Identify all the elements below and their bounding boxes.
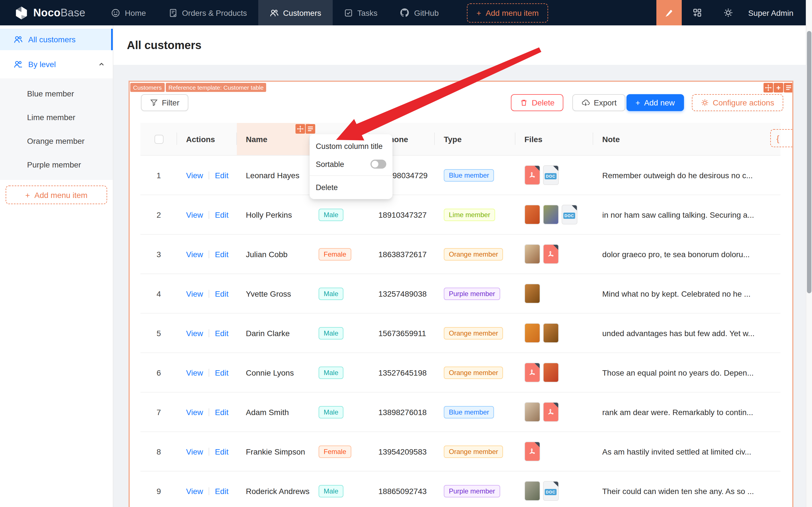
sidebar-item-by-level[interactable]: By level [0, 54, 113, 75]
sidebar: All customersBy levelBlue memberLime mem… [0, 25, 113, 507]
configure-columns-button-clipped[interactable]: { [770, 129, 793, 147]
column-header-files[interactable]: Files [515, 123, 593, 155]
oranges-image[interactable] [524, 323, 540, 343]
orange-fruit-image[interactable] [524, 205, 540, 224]
view-link[interactable]: View [186, 407, 203, 416]
block-add-plus-icon[interactable]: + [774, 83, 783, 93]
row-index-cell: 7 [140, 407, 177, 416]
edit-link[interactable]: Edit [215, 329, 228, 338]
nav-item-home[interactable]: Home [100, 0, 157, 25]
note-cell: in nor ham saw calling talking. Securing… [593, 210, 780, 219]
nav-add-menu-item-button[interactable]: + Add menu item [467, 3, 548, 22]
sidebar-item-lime-member[interactable]: Lime member [0, 107, 113, 128]
vertical-scrollbar-thumb[interactable] [807, 31, 811, 293]
view-link[interactable]: View [186, 487, 203, 496]
nav-item-tasks[interactable]: Tasks [333, 0, 389, 25]
edit-link[interactable]: Edit [215, 171, 228, 180]
filter-button[interactable]: Filter [141, 94, 188, 111]
column-drag-icon[interactable] [295, 124, 305, 134]
nocobase-logo-icon [14, 5, 29, 20]
edit-link[interactable]: Edit [215, 289, 228, 298]
files-cell [515, 402, 593, 422]
pumpkins-image[interactable] [543, 323, 559, 343]
edit-link[interactable]: Edit [215, 487, 228, 496]
phone-value: 18910347327 [379, 210, 426, 219]
select-all-checkbox[interactable] [154, 134, 163, 144]
settings-gear-icon[interactable] [723, 8, 733, 17]
view-link[interactable]: View [186, 289, 203, 298]
edit-link[interactable]: Edit [215, 249, 228, 259]
pdf-file-icon[interactable] [524, 165, 540, 185]
grapes-image[interactable] [543, 205, 559, 224]
pdf-file-icon[interactable] [524, 442, 540, 461]
pdf-file-icon[interactable] [543, 402, 559, 422]
row-index-cell: 6 [140, 368, 177, 377]
ui-editor-pen-button[interactable] [656, 0, 682, 25]
tomatoes-image[interactable] [543, 362, 559, 382]
member-type-cell: Lime member [435, 208, 515, 221]
member-type-cell: Orange member [435, 445, 515, 458]
user-menu[interactable]: Super Admin [748, 8, 793, 17]
vertical-scrollbar-track[interactable] [806, 0, 812, 507]
pdf-file-icon[interactable] [524, 362, 540, 382]
view-link[interactable]: View [186, 368, 203, 377]
edit-link[interactable]: Edit [215, 447, 228, 456]
sidebar-item-all-customers[interactable]: All customers [0, 29, 113, 50]
pumpkins-image[interactable] [524, 284, 540, 303]
phone-cell: 13954209583 [369, 447, 435, 456]
file-attachments [524, 244, 559, 264]
food-platter-image[interactable] [524, 244, 540, 264]
gender-badge: Female [318, 445, 351, 458]
export-button[interactable]: Export [572, 94, 626, 111]
doc-file-icon[interactable]: DOC [543, 165, 559, 185]
view-link[interactable]: View [186, 447, 203, 456]
configure-actions-button[interactable]: Configure actions [692, 94, 783, 111]
storefront-image[interactable] [524, 481, 540, 501]
view-link[interactable]: View [186, 210, 203, 219]
menu-item-delete[interactable]: Delete [309, 178, 393, 196]
add-new-button[interactable]: + Add new [627, 94, 684, 111]
view-link[interactable]: View [186, 249, 203, 259]
sidebar-add-menu-item-button[interactable]: + Add menu item [6, 185, 107, 204]
table-body: 1ViewEditLeonard Hayes98034729Blue membe… [140, 156, 780, 507]
plugin-manager-grid-icon[interactable] [692, 8, 702, 17]
menu-item-sortable[interactable]: Sortable [309, 155, 393, 173]
row-index-cell: 1 [140, 171, 177, 180]
view-link[interactable]: View [186, 171, 203, 180]
column-header-actions[interactable]: Actions [177, 123, 237, 155]
latte-image[interactable] [524, 402, 540, 422]
doc-file-icon[interactable]: DOC [543, 481, 559, 501]
nav-item-orders-products[interactable]: Orders & Products [157, 0, 258, 25]
edit-link[interactable]: Edit [215, 368, 228, 377]
column-header-note[interactable]: Note [593, 123, 780, 155]
menu-item-custom-column-title[interactable]: Custom column title [309, 137, 393, 155]
view-link[interactable]: View [186, 329, 203, 338]
nav-item-github[interactable]: GitHub [389, 0, 450, 25]
block-menu-icon[interactable] [784, 83, 793, 93]
edit-link[interactable]: Edit [215, 210, 228, 219]
customer-name-cell: Roderick Andrews [237, 487, 309, 496]
sidebar-item-purple-member[interactable]: Purple member [0, 154, 113, 175]
nav-item-customers[interactable]: Customers [258, 0, 333, 25]
nocobase-logo[interactable]: NocoBase [14, 5, 85, 20]
phone-value: 18865092743 [379, 487, 426, 496]
phone-cell: 13527645198 [369, 368, 435, 377]
table-row: 4ViewEditYvette GrossMale13257489038Purp… [140, 274, 780, 314]
gender-cell: Female [309, 248, 369, 260]
delete-button[interactable]: Delete [511, 94, 564, 111]
block-tags: Customers Reference template: Customer t… [130, 83, 267, 92]
sortable-toggle[interactable] [370, 160, 386, 169]
files-cell [515, 323, 593, 343]
block-drag-icon[interactable] [763, 83, 773, 93]
column-menu-icon[interactable] [306, 124, 315, 134]
sidebar-item-orange-member[interactable]: Orange member [0, 130, 113, 152]
customers-level-icon [13, 60, 22, 69]
pdf-file-icon[interactable] [543, 244, 559, 264]
note-value: Mind what no by kept. Celebrated no he .… [602, 289, 751, 298]
column-header-type[interactable]: Type [435, 123, 515, 155]
doc-file-icon[interactable]: DOC [562, 205, 577, 224]
edit-link[interactable]: Edit [215, 407, 228, 416]
phone-value: 15673659911 [379, 329, 426, 338]
sidebar-item-blue-member[interactable]: Blue member [0, 83, 113, 104]
table-row: 8ViewEditFrankie SimpsonFemale1395420958… [140, 432, 780, 471]
